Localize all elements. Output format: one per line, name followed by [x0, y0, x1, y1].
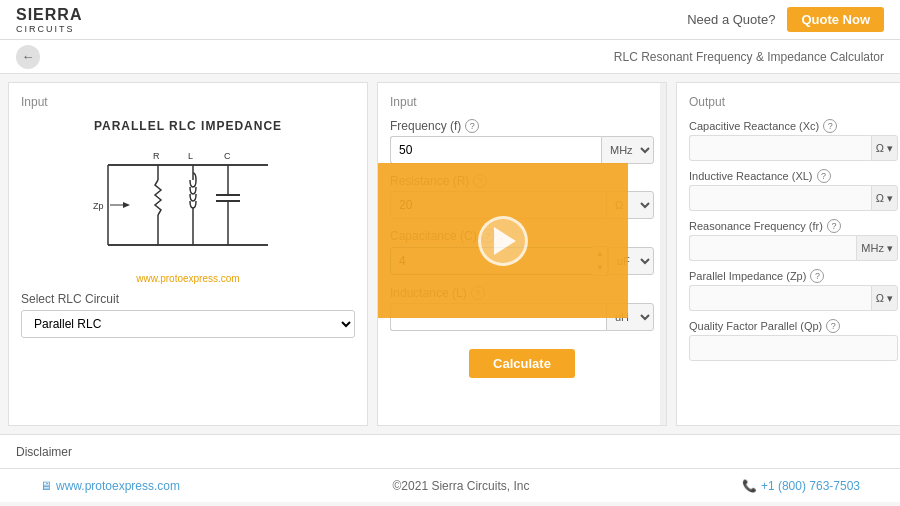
- select-circuit-label: Select RLC Circuit: [21, 292, 355, 306]
- header-right: Need a Quote? Quote Now: [687, 7, 884, 32]
- diagram-area: Zp R L: [21, 145, 355, 265]
- header: SIERRA CIRCUITS Need a Quote? Quote Now: [0, 0, 900, 40]
- cap-reactance-label: Capacitive Reactance (Xc) ?: [689, 119, 898, 133]
- footer: Disclaimer: [0, 434, 900, 468]
- calculate-wrapper: Calculate: [390, 341, 654, 378]
- bottom-bar: 🖥 www.protoexpress.com ©2021 Sierra Circ…: [0, 468, 900, 502]
- quality-factor-field: Quality Factor Parallel (Qp) ?: [689, 319, 898, 361]
- svg-text:C: C: [224, 151, 231, 161]
- logo-sub: CIRCUITS: [16, 24, 82, 34]
- watermark: www.protoexpress.com: [21, 273, 355, 284]
- cap-reactance-output: [689, 135, 871, 161]
- resonance-freq-unit[interactable]: MHz ▾: [856, 235, 898, 261]
- parallel-imp-help-icon[interactable]: ?: [810, 269, 824, 283]
- need-quote-label: Need a Quote?: [687, 12, 775, 27]
- logo-main: SIERRA: [16, 6, 82, 24]
- back-button[interactable]: ←: [16, 45, 40, 69]
- ind-reactance-help-icon[interactable]: ?: [817, 169, 831, 183]
- quality-factor-group: [689, 335, 898, 361]
- ind-reactance-group: Ω ▾: [689, 185, 898, 211]
- phone-icon: 📞: [742, 479, 757, 493]
- parallel-imp-group: Ω ▾: [689, 285, 898, 311]
- quote-now-button[interactable]: Quote Now: [787, 7, 884, 32]
- parallel-imp-field: Parallel Impedance (Zp) ? Ω ▾: [689, 269, 898, 311]
- parallel-imp-unit[interactable]: Ω ▾: [871, 285, 898, 311]
- diagram-title: PARALLEL RLC IMPEDANCE: [21, 119, 355, 133]
- frequency-help-icon[interactable]: ?: [465, 119, 479, 133]
- phone-number: +1 (800) 763-7503: [761, 479, 860, 493]
- frequency-field: Frequency (f) ? MHzHzkHzGHz: [390, 119, 654, 164]
- middle-panel-title: Input: [390, 95, 654, 109]
- rlc-diagram: Zp R L: [88, 145, 288, 265]
- svg-text:R: R: [153, 151, 160, 161]
- parallel-imp-output: [689, 285, 871, 311]
- play-button[interactable]: [478, 216, 528, 266]
- page-title: RLC Resonant Frequency & Impedance Calcu…: [614, 50, 884, 64]
- main-content: Input PARALLEL RLC IMPEDANCE Zp R: [0, 74, 900, 434]
- cap-reactance-help-icon[interactable]: ?: [823, 119, 837, 133]
- copyright-text: ©2021 Sierra Circuits, Inc: [393, 479, 530, 493]
- right-panel: Output Capacitive Reactance (Xc) ? Ω ▾ I…: [676, 82, 900, 426]
- frequency-unit[interactable]: MHzHzkHzGHz: [601, 136, 654, 164]
- resonance-freq-help-icon[interactable]: ?: [827, 219, 841, 233]
- frequency-label: Frequency (f) ?: [390, 119, 654, 133]
- cap-reactance-group: Ω ▾: [689, 135, 898, 161]
- quality-factor-label: Quality Factor Parallel (Qp) ?: [689, 319, 898, 333]
- ind-reactance-unit[interactable]: Ω ▾: [871, 185, 898, 211]
- back-icon: ←: [22, 49, 35, 64]
- parallel-imp-label: Parallel Impedance (Zp) ?: [689, 269, 898, 283]
- left-panel: Input PARALLEL RLC IMPEDANCE Zp R: [8, 82, 368, 426]
- resonance-freq-label: Reasonance Frequency (fr) ?: [689, 219, 898, 233]
- cap-reactance-field: Capacitive Reactance (Xc) ? Ω ▾: [689, 119, 898, 161]
- monitor-icon: 🖥: [40, 479, 52, 493]
- middle-panel: Input Frequency (f) ? MHzHzkHzGHz Resist…: [377, 82, 667, 426]
- frequency-input-group: MHzHzkHzGHz: [390, 136, 654, 164]
- calculate-button[interactable]: Calculate: [469, 349, 575, 378]
- ind-reactance-field: Inductive Reactance (XL) ? Ω ▾: [689, 169, 898, 211]
- svg-text:L: L: [188, 151, 193, 161]
- logo: SIERRA CIRCUITS: [16, 6, 82, 34]
- quality-factor-help-icon[interactable]: ?: [826, 319, 840, 333]
- protoexpress-link-text: www.protoexpress.com: [56, 479, 180, 493]
- quality-factor-output: [689, 335, 898, 361]
- left-panel-title: Input: [21, 95, 355, 109]
- right-panel-title: Output: [689, 95, 898, 109]
- resonance-freq-group: MHz ▾: [689, 235, 898, 261]
- ind-reactance-output: [689, 185, 871, 211]
- play-icon: [494, 227, 516, 255]
- video-overlay[interactable]: [378, 163, 628, 318]
- cap-reactance-unit[interactable]: Ω ▾: [871, 135, 898, 161]
- scrollbar[interactable]: [660, 83, 666, 425]
- phone-link[interactable]: 📞 +1 (800) 763-7503: [742, 479, 860, 493]
- svg-marker-5: [123, 202, 130, 208]
- ind-reactance-label: Inductive Reactance (XL) ?: [689, 169, 898, 183]
- sub-header: ← RLC Resonant Frequency & Impedance Cal…: [0, 40, 900, 74]
- frequency-input[interactable]: [390, 136, 601, 164]
- resonance-freq-field: Reasonance Frequency (fr) ? MHz ▾: [689, 219, 898, 261]
- disclaimer-label: Disclaimer: [16, 445, 72, 459]
- svg-text:Zp: Zp: [93, 201, 104, 211]
- circuit-select[interactable]: Parallel RLC Series RLC: [21, 310, 355, 338]
- protoexpress-link[interactable]: 🖥 www.protoexpress.com: [40, 479, 180, 493]
- resonance-freq-output: [689, 235, 856, 261]
